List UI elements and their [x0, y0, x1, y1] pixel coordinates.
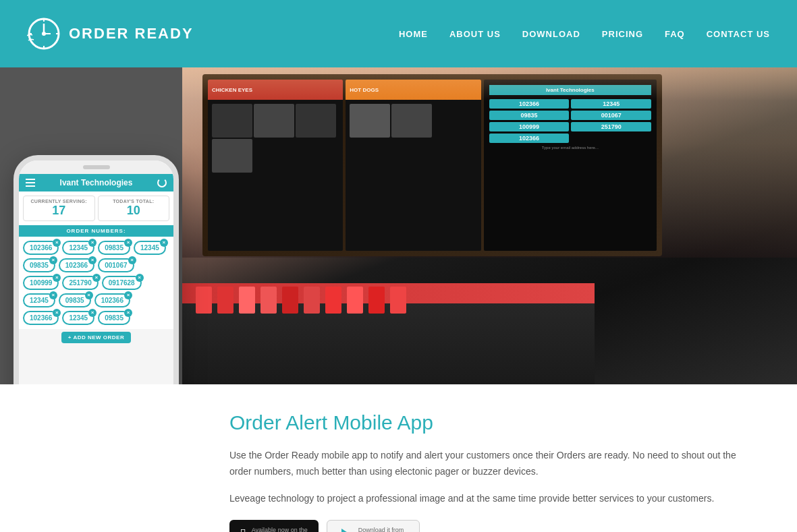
- todays-total-label: TODAY'S TOTAL:: [101, 199, 167, 204]
- phone-device: Ivant Technologies CURRENTLY SERVING: 17…: [13, 155, 179, 384]
- phone-top-bar: [19, 160, 173, 174]
- svg-marker-8: [341, 529, 351, 532]
- appstore-small: Available now on the: [252, 527, 308, 532]
- hero-section: CHICKEN EYES HOT DOGS: [0, 67, 797, 384]
- googleplay-small: Download it from: [358, 527, 408, 532]
- phone-screen: Ivant Technologies CURRENTLY SERVING: 17…: [19, 174, 173, 384]
- logo-text: ORDER READY: [69, 25, 194, 42]
- menu-boards: CHICKEN EYES HOT DOGS: [202, 74, 662, 256]
- nav-pricing[interactable]: PRICING: [602, 29, 643, 39]
- phone-mockup: Ivant Technologies CURRENTLY SERVING: 17…: [13, 155, 179, 384]
- order-tag: 102366: [23, 311, 59, 325]
- order-tag: 0917628: [102, 276, 142, 290]
- order-tag: 102366: [94, 293, 130, 307]
- order-tag: 12345: [134, 241, 166, 255]
- app-bar: Ivant Technologies: [19, 174, 173, 191]
- counter: [182, 283, 595, 384]
- googleplay-icon: [338, 527, 353, 532]
- nav-home[interactable]: HOME: [399, 29, 428, 39]
- appstore-text: Available now on the App Store: [252, 527, 308, 532]
- ceiling-lights: [182, 67, 797, 101]
- googleplay-text: Download it from Google play: [358, 527, 408, 532]
- refresh-icon: [157, 178, 167, 187]
- order-tag: 001067: [98, 258, 134, 272]
- app-description-2: Leveage technology to project a professi…: [229, 491, 757, 507]
- appstore-button[interactable]:  Available now on the App Store: [229, 520, 319, 532]
- stats-row: CURRENTLY SERVING: 17 TODAY'S TOTAL: 10: [19, 191, 173, 225]
- content-left: [0, 384, 202, 532]
- order-tag: 251790: [62, 276, 98, 290]
- app-section-title: Order Alert Mobile App: [229, 411, 757, 434]
- store-buttons:  Available now on the App Store Downloa…: [229, 520, 757, 532]
- logo-area: ORDER READY: [27, 17, 194, 51]
- add-new-order-button[interactable]: + ADD NEW ORDER: [61, 332, 131, 343]
- phone-speaker: [83, 165, 110, 169]
- order-tag: 09835: [59, 293, 91, 307]
- order-tag: 09835: [23, 258, 55, 272]
- header: ORDER READY HOME ABOUT US DOWNLOAD PRICI…: [0, 0, 797, 67]
- restaurant-interior: CHICKEN EYES HOT DOGS: [182, 67, 797, 384]
- order-tag: 12345: [62, 311, 94, 325]
- todays-total-value: 10: [101, 204, 167, 218]
- app-description-1: Use the Order Ready mobile app to notify…: [229, 448, 757, 480]
- orders-header: ORDER NUMBERS:: [19, 225, 173, 237]
- currently-serving-box: CURRENTLY SERVING: 17: [23, 196, 95, 221]
- app-name: Ivant Technologies: [60, 178, 133, 187]
- main-nav: HOME ABOUT US DOWNLOAD PRICING FAQ CONTA…: [399, 29, 770, 39]
- logo-icon: [27, 17, 61, 51]
- content-right: Order Alert Mobile App Use the Order Rea…: [202, 384, 797, 532]
- order-numbers-grid: 102366 12345 09835 12345 09835 102366 00…: [19, 237, 173, 329]
- apple-icon: : [240, 525, 246, 532]
- order-tag: 09835: [98, 241, 130, 255]
- order-display-screen: Ivant Technologies 102366 12345 09835 00…: [484, 80, 657, 251]
- nav-faq[interactable]: FAQ: [665, 29, 685, 39]
- nav-about[interactable]: ABOUT US: [449, 29, 501, 39]
- order-tag: 09835: [98, 311, 130, 325]
- hamburger-icon: [26, 179, 35, 187]
- order-tag: 12345: [23, 293, 55, 307]
- order-tag: 100999: [23, 276, 59, 290]
- order-tag: 12345: [62, 241, 94, 255]
- order-tag: 102366: [59, 258, 94, 272]
- googleplay-button[interactable]: Download it from Google play: [327, 520, 420, 532]
- nav-contact[interactable]: CONTACT US: [707, 29, 770, 39]
- app-info-section: Order Alert Mobile App Use the Order Rea…: [0, 384, 797, 532]
- order-tag: 102366: [23, 241, 59, 255]
- currently-serving-value: 17: [26, 204, 92, 218]
- todays-total-box: TODAY'S TOTAL: 10: [98, 196, 170, 221]
- nav-download[interactable]: DOWNLOAD: [522, 29, 580, 39]
- currently-serving-label: CURRENTLY SERVING:: [26, 199, 92, 204]
